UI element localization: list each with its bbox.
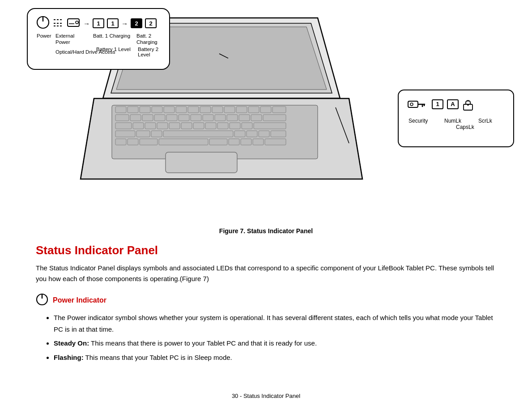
svg-rect-15 [128,107,138,113]
external-power-icon [53,16,64,30]
svg-rect-40 [263,115,286,121]
svg-rect-57 [234,131,245,137]
arrow-icon-1: → [83,20,90,27]
svg-marker-85 [467,105,469,106]
power-label: Power [37,33,51,38]
batt1-charging-label: Batt. 1 Charging [93,33,130,39]
external-power-label: ExternalPower [55,33,74,46]
svg-rect-48 [205,123,216,129]
svg-rect-53 [115,131,135,137]
section-heading: Status Indicator Panel [36,243,496,257]
svg-rect-70 [166,152,237,173]
svg-rect-43 [145,123,156,129]
svg-rect-56 [163,131,233,137]
svg-rect-39 [251,115,262,121]
svg-rect-20 [188,107,199,113]
battery1-level-label: Battery 1 Level [96,47,131,52]
svg-rect-14 [115,107,126,113]
svg-rect-26 [260,107,271,113]
svg-point-80 [410,103,413,106]
svg-rect-41 [115,123,132,129]
svg-rect-58 [247,131,257,137]
svg-rect-67 [241,139,251,145]
svg-rect-36 [215,115,226,121]
security-key-icon [408,98,426,114]
svg-rect-34 [191,115,201,121]
svg-rect-33 [179,115,189,121]
svg-rect-61 [115,139,126,145]
svg-rect-30 [142,115,153,121]
bullet-item-2: Steady On: This means that there is powe… [54,337,496,349]
power-indicator-title: Power Indicator [53,296,106,304]
svg-rect-5 [68,19,79,26]
svg-rect-54 [136,131,150,137]
intro-paragraph: The Status Indicator Panel displays symb… [36,263,496,284]
svg-rect-23 [224,107,235,113]
svg-rect-66 [229,139,239,145]
arrow-icon-2: → [121,20,128,27]
status-bubble-left: → 1 1 → 2 2 Power ExternalPower Batt. 1 … [27,8,170,70]
security-leds: 1 A [432,99,474,113]
svg-rect-21 [200,107,211,113]
content-section: Status Indicator Panel The Status Indica… [0,243,532,384]
svg-rect-46 [181,123,192,129]
page-footer: 30 - Status Indicator Panel [0,393,532,399]
svg-rect-69 [265,139,286,145]
svg-rect-50 [230,123,240,129]
batt2-level-led: 2 [145,18,157,28]
svg-rect-44 [157,123,168,129]
batt1-level-led: 1 [107,18,119,28]
svg-rect-24 [236,107,247,113]
svg-rect-63 [140,139,157,145]
svg-rect-52 [254,123,286,129]
bullet-item-3: Flashing: This means that your Tablet PC… [54,352,496,363]
figure-area: → 1 1 → 2 2 Power ExternalPower Batt. 1 … [0,0,532,224]
svg-rect-49 [217,123,228,129]
svg-rect-37 [227,115,238,121]
svg-rect-64 [159,139,208,145]
bullet-item-1: The Power indicator symbol shows whether… [54,312,496,335]
svg-rect-31 [154,115,165,121]
svg-rect-65 [209,139,227,145]
batt1-charging-led: 1 [93,18,104,28]
bubble-icons-row: → 1 1 → 2 2 [36,15,161,31]
svg-rect-60 [271,131,286,137]
security-label: Security [409,118,428,124]
power-bullet-list: The Power indicator symbol shows whether… [36,312,496,363]
svg-rect-68 [253,139,264,145]
figure-caption: Figure 7. Status Indicator Panel [0,227,532,235]
bubble-labels: Power ExternalPower Batt. 1 Charging Bat… [36,33,161,61]
security-icons-row: 1 A [408,98,504,114]
svg-point-6 [76,21,78,24]
svg-rect-35 [203,115,213,121]
scrlk-icon [462,99,474,113]
svg-rect-51 [242,123,252,129]
status-bubble-right: 1 A [398,90,514,147]
capslk-label: CapsLk [456,124,474,130]
power-indicator-icon [36,293,48,308]
power-icon [36,15,50,31]
svg-rect-38 [239,115,250,121]
batt2-charging-led: 2 [131,18,142,28]
svg-rect-55 [151,131,162,137]
battery2-level-label: Battery 2 Level [138,47,161,57]
svg-rect-45 [169,123,180,129]
capslk-led: A [447,99,459,109]
power-subsection-header: Power Indicator [36,293,496,308]
svg-rect-19 [176,107,187,113]
svg-rect-32 [166,115,177,121]
svg-rect-29 [130,115,141,121]
svg-rect-25 [248,107,259,113]
numlk-led: 1 [432,99,443,109]
numlk-label: NumLk [444,118,461,124]
svg-rect-18 [164,107,174,113]
svg-rect-42 [133,123,144,129]
svg-rect-59 [259,131,269,137]
batt2-charging-label: Batt. 2 Charging [136,33,161,46]
scrlk-label: ScrLk [478,118,492,124]
svg-rect-22 [212,107,223,113]
security-labels: Security NumLk CapsLk ScrLk [408,118,504,137]
svg-rect-16 [140,107,150,113]
svg-rect-17 [152,107,162,113]
svg-rect-47 [193,123,204,129]
